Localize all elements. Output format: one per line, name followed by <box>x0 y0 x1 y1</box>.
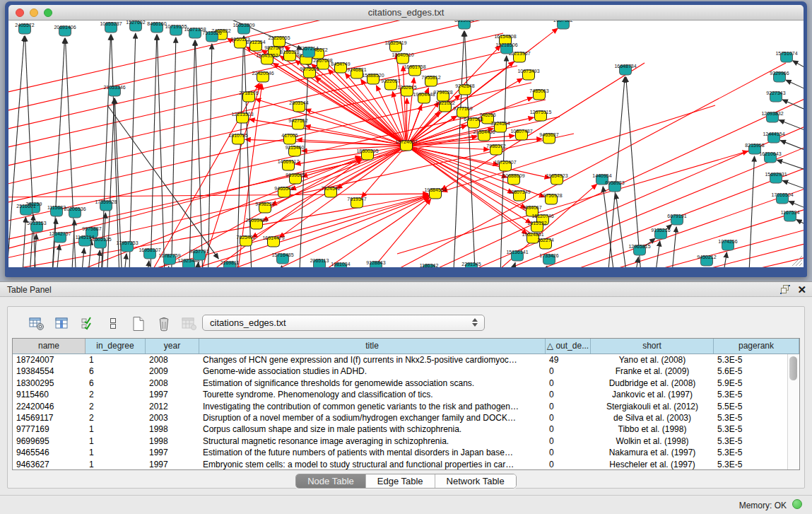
table-row[interactable]: 1872400712008Changes of HCN gene express… <box>13 354 787 366</box>
table-cell[interactable]: Estimation of significance thresholds fo… <box>199 378 546 389</box>
table-cell[interactable]: 5.3E-5 <box>714 389 787 400</box>
network-edge[interactable] <box>54 245 59 267</box>
network-edge[interactable] <box>244 36 252 267</box>
network-edge[interactable] <box>535 266 547 267</box>
table-scrollbar-thumb[interactable] <box>789 356 797 380</box>
table-cell[interactable]: 49 <box>546 354 591 366</box>
table-cell[interactable]: 1 <box>86 459 146 469</box>
network-node[interactable]: 9699695 <box>286 173 305 184</box>
table-row[interactable]: 1938455462009Genome-wide association stu… <box>13 366 787 377</box>
table-cell[interactable]: 9777169 <box>13 424 86 435</box>
network-canvas[interactable]: 1872400719384554183002957465822966012389… <box>8 21 804 267</box>
column-header-pagerank[interactable]: pagerank <box>714 339 799 354</box>
network-node[interactable]: 16648784 <box>614 64 636 75</box>
table-cell[interactable]: 2 <box>86 401 146 412</box>
table-cell[interactable]: 2012 <box>146 401 199 412</box>
table-cell[interactable]: 0 <box>546 401 591 412</box>
network-node[interactable]: 7485063 <box>529 88 548 100</box>
network-node[interactable]: 2169811 <box>220 260 240 267</box>
table-cell[interactable]: 5.3E-5 <box>714 459 787 469</box>
network-edge[interactable] <box>96 250 100 267</box>
table-cell[interactable]: 1997 <box>146 447 199 458</box>
table-cell[interactable]: 1 <box>86 436 146 447</box>
network-node[interactable]: 9777169 <box>453 106 472 117</box>
tab-node-table[interactable]: Node Table <box>296 474 366 488</box>
network-edge[interactable] <box>626 77 643 267</box>
table-cell[interactable]: 9115460 <box>13 389 86 400</box>
network-edge[interactable] <box>796 220 804 236</box>
table-cell[interactable]: Yano et al. (2008) <box>591 354 714 366</box>
table-cell[interactable]: 1997 <box>146 389 199 400</box>
table-cell[interactable]: 1 <box>86 447 146 458</box>
table-cell[interactable]: 0 <box>546 389 591 400</box>
network-edge[interactable] <box>8 66 517 190</box>
table-cell[interactable]: 19384554 <box>13 366 86 377</box>
table-cell[interactable]: Franke et al. (2009) <box>591 366 714 377</box>
table-cell[interactable]: 2 <box>86 389 146 400</box>
network-node[interactable]: 8813054 <box>454 21 473 29</box>
network-edge[interactable] <box>748 156 755 267</box>
network-edge[interactable] <box>652 241 660 267</box>
network-node[interactable]: 18325419 <box>384 40 406 52</box>
network-node[interactable]: 7955812 <box>421 75 440 86</box>
table-cell[interactable]: 0 <box>546 412 591 424</box>
table-cell[interactable]: 2009 <box>146 366 199 377</box>
network-edge[interactable] <box>616 194 630 267</box>
table-cell[interactable]: de Silva et al. (2003) <box>591 412 714 424</box>
network-node[interactable]: 8466160 <box>147 21 166 33</box>
table-cell[interactable]: 9463627 <box>13 459 86 469</box>
table-cell[interactable]: 14569117 <box>13 412 86 424</box>
network-edge[interactable] <box>25 36 37 267</box>
network-node[interactable]: 2687682 <box>553 21 572 29</box>
table-cell[interactable]: 0 <box>546 378 591 389</box>
delete-column-button[interactable] <box>155 315 173 332</box>
network-edge[interactable] <box>669 227 676 267</box>
table-cell[interactable]: 18300295 <box>13 378 86 389</box>
network-node[interactable]: 9427552 <box>288 118 307 129</box>
table-cell[interactable]: 9699695 <box>13 436 86 447</box>
network-edge[interactable] <box>793 61 804 81</box>
table-cell[interactable]: 1998 <box>146 424 199 435</box>
table-row[interactable]: 969969511998Structural magnetic resonanc… <box>13 436 787 447</box>
network-node[interactable]: 16958107 <box>139 247 160 259</box>
network-edge[interactable] <box>8 36 24 267</box>
table-cell[interactable]: 0 <box>546 447 591 458</box>
table-cell[interactable]: Dudbridge et al. (2008) <box>591 378 714 389</box>
tab-network-table[interactable]: Network Table <box>435 474 516 488</box>
table-selector-dropdown[interactable]: citations_edges.txt <box>202 315 485 331</box>
network-edge[interactable] <box>195 40 204 267</box>
table-cell[interactable]: 2008 <box>146 378 199 389</box>
table-mode-button[interactable] <box>28 315 46 332</box>
table-row[interactable]: 1456911722003Disruption of a novel membe… <box>13 412 787 424</box>
table-cell[interactable]: 2 <box>86 412 146 424</box>
zoom-window-button[interactable] <box>44 8 52 17</box>
network-node[interactable]: 2405572 <box>15 23 34 34</box>
network-edge[interactable] <box>157 35 165 267</box>
network-node[interactable]: 1527602 <box>126 21 145 31</box>
table-cell[interactable]: 2008 <box>146 354 199 366</box>
table-cell[interactable]: Embryonic stem cells: a model to study s… <box>199 459 546 469</box>
network-edge[interactable] <box>21 217 25 267</box>
column-header-in_degree[interactable]: in_degree <box>86 339 146 354</box>
table-cell[interactable]: Changes of HCN gene expression and I(f) … <box>199 354 546 366</box>
table-cell[interactable]: 1 <box>86 354 146 366</box>
network-edge[interactable] <box>129 33 136 267</box>
table-row[interactable]: 946362711997Embryonic stem cells: a mode… <box>13 459 787 469</box>
table-cell[interactable]: Wolkin et al. (1998) <box>591 436 714 447</box>
table-cell[interactable]: 1997 <box>146 459 199 469</box>
network-node[interactable]: 5013153 <box>27 221 46 232</box>
network-node[interactable]: 10655287 <box>100 21 122 33</box>
table-cell[interactable]: 0 <box>546 436 591 447</box>
network-node[interactable]: 21053346 <box>103 85 125 96</box>
table-cell[interactable]: 0 <box>546 459 591 469</box>
table-cell[interactable]: 22420046 <box>13 401 86 412</box>
float-panel-icon[interactable] <box>780 285 790 294</box>
network-node[interactable]: 22420046 <box>252 71 273 82</box>
table-cell[interactable]: 5.3E-5 <box>714 436 787 447</box>
table-cell[interactable]: 1 <box>86 424 146 435</box>
table-cell[interactable]: Estimation of the future numbers of pati… <box>199 447 546 458</box>
network-edge[interactable] <box>397 151 748 254</box>
network-node[interactable]: 20206536 <box>64 206 86 218</box>
network-edge[interactable] <box>574 240 804 267</box>
table-cell[interactable]: 2003 <box>146 412 199 424</box>
